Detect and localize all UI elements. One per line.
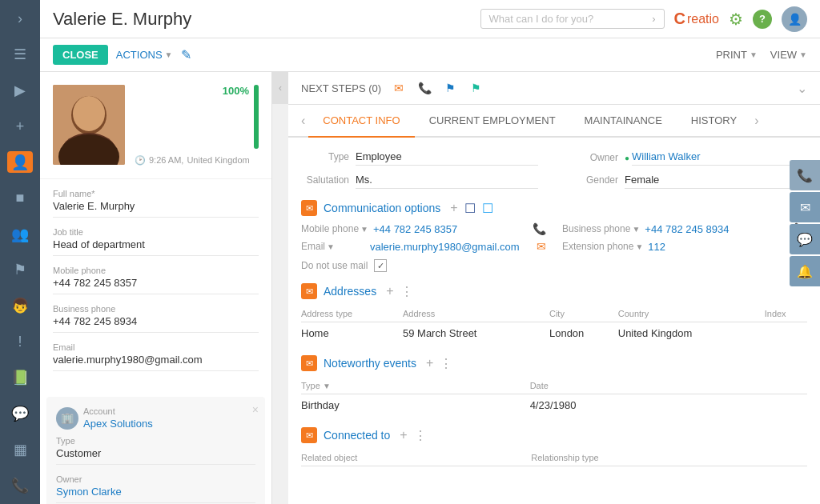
right-notify-button[interactable]: 🔔 xyxy=(790,256,820,286)
tab-contact-info[interactable]: CONTACT INFO xyxy=(308,105,414,138)
addr-index-cell xyxy=(765,322,807,345)
right-chat-button[interactable]: 💬 xyxy=(790,224,820,254)
event-type-cell: Birthday xyxy=(301,394,530,417)
connected-add-icon[interactable]: + xyxy=(400,428,407,442)
events-section-title[interactable]: Noteworthy events xyxy=(324,357,416,370)
mobile-call-icon[interactable]: 📞 xyxy=(533,222,546,235)
flag-ns-icon[interactable]: ⚑ xyxy=(440,80,460,96)
right-email-button[interactable]: ✉ xyxy=(790,192,820,222)
actions-button[interactable]: ACTIONS ▼ xyxy=(116,49,173,61)
top-header: Valerie E. Murphy What can I do for you?… xyxy=(40,0,820,38)
events-more-icon[interactable]: ⋮ xyxy=(440,356,452,371)
right-panel: NEXT STEPS (0) ✉ 📞 ⚑ ⚑ ⌄ ‹ CONTACT INFO … xyxy=(288,72,820,504)
nav-person-icon[interactable]: 👤 xyxy=(7,151,33,173)
addr-add-icon[interactable]: + xyxy=(386,284,393,298)
connected-col-type: Relationship type xyxy=(531,450,807,466)
jobtitle-label: Job title xyxy=(53,227,259,237)
addr-section-title[interactable]: Addresses xyxy=(324,285,376,298)
nav-menu-icon[interactable]: ☰ xyxy=(7,44,33,66)
comm-section-title[interactable]: Communication options xyxy=(324,202,440,214)
business-label: Business phone xyxy=(53,304,259,314)
owner-value[interactable]: William Walker xyxy=(632,150,807,166)
addr-address-cell: 59 March Street xyxy=(403,322,549,345)
search-box[interactable]: What can I do for you? › xyxy=(480,9,665,29)
next-steps-bar: NEXT STEPS (0) ✉ 📞 ⚑ ⚑ ⌄ xyxy=(288,72,820,105)
user-avatar[interactable]: 👤 xyxy=(782,6,807,32)
view-button[interactable]: VIEW ▼ xyxy=(770,49,807,61)
sidebar-collapse-toggle[interactable]: ‹ xyxy=(272,72,288,104)
help-icon[interactable]: ? xyxy=(753,10,772,29)
nav-chart-icon[interactable]: ▦ xyxy=(7,438,33,460)
right-phone-button[interactable]: 📞 xyxy=(790,160,820,190)
nav-alert-icon[interactable]: ! xyxy=(7,331,33,353)
nav-phone-icon[interactable]: 📞 xyxy=(7,474,33,496)
nav-chat-icon[interactable]: 💬 xyxy=(7,402,33,424)
sidebar: 100% 🕑 9:26 AM, United Kingdom Full name… xyxy=(40,72,272,504)
nav-grid-icon[interactable]: ■ xyxy=(7,187,33,209)
account-type-field: Type Customer xyxy=(56,436,255,465)
phone-call-icon[interactable]: 📞 xyxy=(415,80,434,96)
extension-dropdown-icon[interactable]: ▼ xyxy=(635,242,643,251)
twitter-icon[interactable]: ☐ xyxy=(482,201,493,216)
account-link[interactable]: Apex Solutions xyxy=(83,418,153,430)
do-not-mail-checkbox[interactable]: ✓ xyxy=(374,259,387,272)
connected-col-object: Related object xyxy=(301,450,531,466)
sidebar-fields: Full name* Valerie E. Murphy Job title H… xyxy=(40,179,271,390)
tab-history[interactable]: HISTORY xyxy=(677,105,751,138)
nav-play-icon[interactable]: ▶ xyxy=(7,80,33,102)
business-phone-label: Business phone ▼ xyxy=(562,223,640,234)
email-value: valerie.murphy1980@gmail.com xyxy=(53,354,259,371)
nav-plus-icon[interactable]: + xyxy=(7,116,33,138)
events-type-sort[interactable]: ▼ xyxy=(323,382,331,390)
next-steps-left: NEXT STEPS (0) ✉ 📞 ⚑ ⚑ xyxy=(301,80,485,96)
close-button[interactable]: CLOSE xyxy=(53,45,108,65)
edit-icon[interactable]: ✎ xyxy=(181,47,191,62)
tab-prev-arrow[interactable]: ‹ xyxy=(298,106,308,136)
nav-flag-icon[interactable]: ⚑ xyxy=(7,259,33,281)
email-row: Email ▼ valerie.murphy1980@gmail.com ✉ xyxy=(301,240,546,253)
clock-icon: 🕑 xyxy=(135,155,146,166)
profile-photo xyxy=(53,85,125,165)
nav-user2-icon[interactable]: 👦 xyxy=(7,295,33,317)
gender-label: Gender xyxy=(570,174,618,186)
left-nav: › ☰ ▶ + 👤 ■ 👥 ⚑ 👦 ! 📗 💬 ▦ 📞 xyxy=(0,0,40,504)
tab-current-employment[interactable]: CURRENT EMPLOYMENT xyxy=(415,105,570,138)
nav-book-icon[interactable]: 📗 xyxy=(7,367,33,389)
owner-field: Owner ● William Walker xyxy=(570,150,807,166)
addr-section-icon: ✉ xyxy=(301,283,317,299)
next-steps-collapse-icon[interactable]: ⌄ xyxy=(797,81,807,96)
type-label: Type xyxy=(301,151,349,162)
comm-add-icon[interactable]: + xyxy=(450,201,457,215)
email-icon[interactable]: ✉ xyxy=(389,80,408,96)
print-button[interactable]: PRINT ▼ xyxy=(716,49,758,61)
mobile-label: Mobile phone xyxy=(53,266,259,275)
right-actions-panel: 📞 ✉ 💬 🔔 xyxy=(790,160,820,286)
connected-section-title[interactable]: Connected to xyxy=(324,429,390,442)
events-section-icon: ✉ xyxy=(301,355,317,371)
settings-icon[interactable]: ⚙ xyxy=(729,10,743,29)
tab-next-arrow[interactable]: › xyxy=(751,106,762,136)
fullname-label: Full name* xyxy=(53,189,259,198)
email-dropdown-icon[interactable]: ▼ xyxy=(327,242,335,251)
facebook-icon[interactable]: ☐ xyxy=(464,201,476,216)
account-close-icon[interactable]: × xyxy=(252,403,259,416)
connected-more-icon[interactable]: ⋮ xyxy=(414,428,427,443)
toolbar-left: CLOSE ACTIONS ▼ ✎ xyxy=(53,45,191,65)
mobile-dropdown-icon[interactable]: ▼ xyxy=(360,225,368,234)
business-dropdown-icon[interactable]: ▼ xyxy=(632,225,640,234)
header-right: What can I do for you? › C reatio ⚙ ? 👤 xyxy=(480,6,807,32)
nav-people-icon[interactable]: 👥 xyxy=(7,223,33,245)
email-action-icon[interactable]: ✉ xyxy=(537,240,546,253)
nav-expand-icon[interactable]: › xyxy=(7,8,33,30)
task-icon[interactable]: ⚑ xyxy=(466,80,485,96)
addr-col-city: City xyxy=(549,306,618,322)
tab-maintainance[interactable]: MAINTAINANCE xyxy=(570,105,677,138)
events-add-icon[interactable]: + xyxy=(426,356,433,370)
comm-section-icon: ✉ xyxy=(301,200,317,216)
events-col-date: Date xyxy=(530,378,807,394)
fullname-value: Valerie E. Murphy xyxy=(53,200,259,218)
view-dropdown-icon: ▼ xyxy=(799,50,807,59)
tab-nav: ‹ CONTACT INFO CURRENT EMPLOYMENT MAINTA… xyxy=(288,105,820,138)
page-title: Valerie E. Murphy xyxy=(53,9,191,30)
addr-more-icon[interactable]: ⋮ xyxy=(400,284,413,299)
